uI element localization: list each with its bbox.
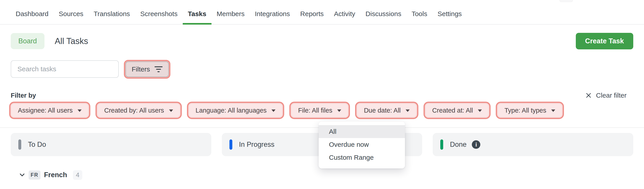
filter-label-row: Filter by Clear filter [11, 91, 633, 100]
chip-label: File: All files [298, 107, 332, 114]
language-code-badge: FR [28, 171, 40, 180]
chip-label: Created at: All [432, 107, 473, 114]
tab-activity[interactable]: Activity [329, 3, 360, 24]
filters-button-label: Filters [132, 65, 150, 73]
page-title: All Tasks [55, 36, 88, 46]
chevron-down-icon [272, 109, 276, 112]
filter-chip-created-at[interactable]: Created at: All [425, 103, 489, 118]
column-label: Done [450, 141, 466, 149]
search-row: Filters [11, 60, 169, 78]
info-icon[interactable]: i [472, 140, 480, 149]
chip-label: Type: All types [504, 107, 546, 114]
chevron-down-icon [169, 109, 173, 112]
chevron-down-icon [478, 109, 482, 112]
filter-chip-language[interactable]: Language: All languages [188, 103, 283, 118]
filter-chip-file[interactable]: File: All files [291, 103, 348, 118]
column-label: In Progress [239, 141, 274, 149]
board-view-button[interactable]: Board [11, 33, 44, 49]
language-name: French [44, 171, 67, 179]
tab-members[interactable]: Members [212, 3, 250, 24]
column-color-pill [440, 139, 443, 150]
chevron-down-icon [78, 109, 82, 112]
header-row: Board All Tasks Create Task [11, 33, 633, 49]
filter-lines-icon [154, 66, 162, 72]
column-todo: To Do [11, 133, 211, 156]
tab-tasks[interactable]: Tasks [183, 3, 212, 24]
create-task-button[interactable]: Create Task [576, 33, 633, 49]
filter-chips-row: Assignee: All users Created by: All user… [11, 103, 562, 118]
filter-by-label: Filter by [11, 92, 36, 99]
column-color-pill [18, 139, 21, 150]
tab-settings[interactable]: Settings [432, 3, 467, 24]
column-done: Done i [433, 133, 633, 156]
chevron-down-icon [551, 109, 555, 112]
clear-filter-label: Clear filter [596, 92, 626, 99]
column-color-pill [230, 139, 232, 150]
filter-chip-assignee[interactable]: Assignee: All users [11, 103, 89, 118]
column-label: To Do [28, 141, 46, 149]
menu-item-all[interactable]: All [319, 125, 405, 138]
due-date-dropdown: All Overdue now Custom Range [319, 122, 405, 169]
tab-screenshots[interactable]: Screenshots [135, 3, 183, 24]
menu-item-custom-range[interactable]: Custom Range [319, 151, 405, 164]
chip-label: Created by: All users [104, 107, 164, 114]
search-input[interactable] [11, 60, 119, 78]
close-icon [585, 92, 592, 99]
chip-label: Assignee: All users [18, 107, 73, 114]
filter-chip-created-by[interactable]: Created by: All users [97, 103, 180, 118]
menu-item-overdue-now[interactable]: Overdue now [319, 138, 405, 151]
chip-label: Language: All languages [196, 107, 267, 114]
chip-label: Due date: All [364, 107, 400, 114]
chevron-down-icon[interactable] [18, 171, 26, 179]
tab-integrations[interactable]: Integrations [250, 3, 295, 24]
task-count-badge: 4 [73, 170, 82, 180]
top-nav: Dashboard Sources Translations Screensho… [0, 0, 644, 24]
chevron-down-icon [406, 109, 410, 112]
tab-sources[interactable]: Sources [54, 3, 88, 24]
tab-discussions[interactable]: Discussions [360, 3, 406, 24]
filter-chip-type[interactable]: Type: All types [497, 103, 562, 118]
tab-dashboard[interactable]: Dashboard [10, 3, 54, 24]
popup-remnant [560, 0, 573, 2]
chevron-down-icon [337, 109, 341, 112]
filters-button[interactable]: Filters [126, 61, 169, 77]
tab-translations[interactable]: Translations [88, 3, 135, 24]
language-group-row[interactable]: FR French 4 [18, 170, 82, 180]
clear-filter-button[interactable]: Clear filter [585, 92, 626, 99]
filter-chip-due-date[interactable]: Due date: All [357, 103, 416, 118]
tab-tools[interactable]: Tools [406, 3, 432, 24]
tab-reports[interactable]: Reports [295, 3, 329, 24]
